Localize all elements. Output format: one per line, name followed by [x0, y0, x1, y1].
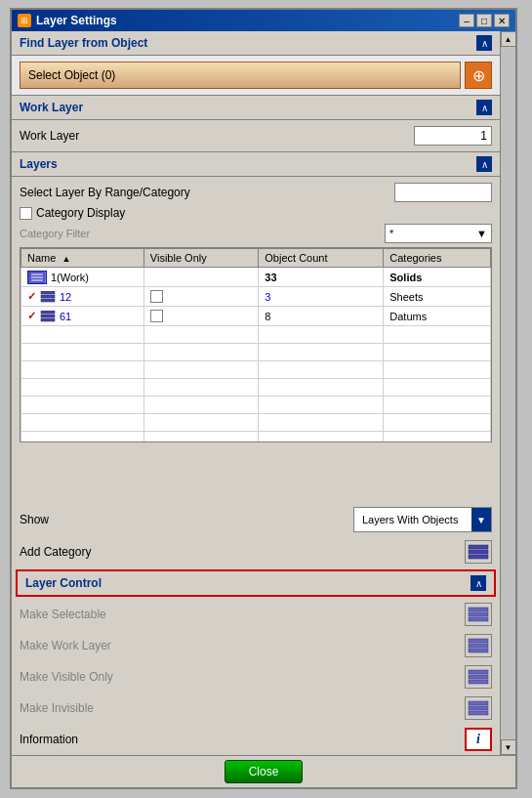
layers-header: Layers ∧ — [12, 151, 500, 177]
table-row[interactable]: ✓ 61 — [21, 307, 491, 326]
col-name[interactable]: Name ▲ — [21, 249, 144, 268]
row2-visible[interactable] — [143, 287, 258, 307]
info-icon: i — [476, 732, 480, 747]
close-button[interactable]: ✕ — [494, 14, 510, 27]
make-selectable-row: Make Selectable — [12, 599, 500, 630]
scroll-track[interactable] — [501, 47, 515, 739]
row1-name: 1(Work) — [21, 268, 144, 287]
row3-categories: Datums — [384, 307, 491, 326]
row1-categories: Solids — [384, 268, 491, 287]
title-bar-left: ⊞ Layer Settings — [18, 14, 117, 27]
svg-rect-12 — [469, 545, 488, 549]
work-layer-row: Work Layer — [20, 126, 492, 146]
work-layer-collapse[interactable]: ∧ — [476, 100, 492, 115]
category-display-row[interactable]: Category Display — [20, 206, 492, 220]
make-invisible-button[interactable] — [465, 696, 492, 720]
visible-only-icon — [468, 668, 489, 686]
content-area: Find Layer from Object ∧ Select Object (… — [12, 31, 515, 755]
check-icon: ✓ — [27, 290, 36, 303]
work-layer-title: Work Layer — [20, 101, 83, 114]
close-button[interactable]: Close — [225, 760, 303, 783]
row3-name: ✓ 61 — [21, 307, 144, 326]
svg-rect-5 — [41, 295, 55, 298]
make-work-layer-label: Make Work Layer — [20, 639, 111, 652]
add-category-icon — [468, 543, 489, 561]
table-row — [21, 361, 491, 379]
make-visible-only-button[interactable] — [465, 665, 492, 689]
svg-rect-22 — [469, 711, 488, 715]
row3-visible[interactable] — [143, 307, 258, 326]
make-invisible-row: Make Invisible — [12, 693, 500, 724]
col-categories[interactable]: Categories — [384, 249, 491, 268]
show-dropdown[interactable]: Layers With Objects ▼ — [353, 507, 492, 532]
restore-button[interactable]: □ — [476, 14, 492, 27]
make-work-layer-button[interactable] — [465, 634, 492, 657]
layer-stack-icon — [40, 291, 56, 303]
minimize-button[interactable]: – — [459, 14, 474, 27]
filter-arrow-icon: ▼ — [476, 228, 487, 239]
row2-name: ✓ 12 — [21, 287, 144, 307]
svg-rect-9 — [41, 311, 55, 314]
table-row[interactable]: ✓ 12 — [21, 287, 491, 307]
table-row — [21, 397, 491, 414]
crosshair-button[interactable]: ⊕ — [465, 62, 492, 89]
layer-control-collapse[interactable]: ∧ — [471, 575, 486, 591]
layers-collapse[interactable]: ∧ — [476, 156, 492, 172]
invisible-icon — [468, 699, 489, 717]
information-button[interactable]: i — [465, 728, 492, 751]
information-row: Information i — [12, 724, 500, 755]
main-window: ⊞ Layer Settings – □ ✕ Find Layer from O… — [10, 8, 517, 789]
table-row — [21, 326, 491, 344]
visible-checkbox[interactable] — [150, 310, 163, 322]
crosshair-icon: ⊕ — [472, 66, 485, 85]
svg-rect-10 — [469, 555, 488, 559]
category-filter-select[interactable]: * ▼ — [385, 224, 492, 243]
title-bar: ⊞ Layer Settings – □ ✕ — [12, 10, 515, 31]
svg-rect-13 — [469, 617, 488, 621]
svg-rect-11 — [469, 550, 488, 554]
title-buttons: – □ ✕ — [459, 14, 510, 27]
work-layer-icon — [468, 637, 489, 654]
window-icon: ⊞ — [18, 14, 31, 27]
table-row — [21, 414, 491, 432]
show-label: Show — [20, 513, 49, 526]
show-value: Layers With Objects — [354, 512, 471, 527]
svg-rect-4 — [41, 299, 55, 302]
selectable-icon — [468, 606, 489, 623]
layers-table-container: Name ▲ Visible Only Object Count Categor… — [20, 247, 492, 442]
filter-value: * — [389, 228, 393, 239]
table-row[interactable]: 1(Work) 33 Solids — [21, 268, 491, 287]
scroll-down-button[interactable]: ▼ — [501, 739, 516, 755]
select-object-button[interactable]: Select Object (0) — [20, 62, 461, 89]
col-visible[interactable]: Visible Only — [143, 249, 258, 268]
visible-checkbox[interactable] — [150, 290, 163, 303]
find-layer-title: Find Layer from Object — [20, 36, 147, 50]
scroll-up-button[interactable]: ▲ — [501, 31, 516, 47]
category-filter-row: Category Filter * ▼ — [20, 224, 492, 243]
category-display-checkbox[interactable] — [20, 207, 32, 220]
range-label: Select Layer By Range/Category — [20, 186, 190, 199]
find-layer-header: Find Layer from Object ∧ — [12, 31, 500, 56]
information-label: Information — [20, 733, 78, 746]
svg-rect-21 — [469, 670, 488, 674]
show-dropdown-arrow[interactable]: ▼ — [471, 508, 491, 531]
add-category-button[interactable] — [465, 540, 492, 564]
layer-control-title: Layer Control — [25, 576, 102, 590]
make-selectable-button[interactable] — [465, 603, 492, 626]
find-layer-collapse[interactable]: ∧ — [476, 35, 492, 51]
layer-stack-icon — [40, 311, 56, 322]
work-layer-input[interactable] — [414, 126, 492, 146]
col-count[interactable]: Object Count — [259, 249, 384, 268]
show-row: Show Layers With Objects ▼ — [12, 503, 500, 536]
row1-count: 33 — [259, 268, 384, 287]
svg-rect-15 — [469, 608, 488, 611]
work-layer-icon — [27, 271, 47, 284]
range-input[interactable] — [394, 183, 492, 202]
row1-visible — [143, 268, 258, 287]
make-selectable-label: Make Selectable — [20, 608, 106, 621]
svg-rect-6 — [41, 291, 55, 294]
sort-arrow-icon: ▲ — [61, 254, 70, 264]
select-object-row: Select Object (0) ⊕ — [20, 62, 492, 89]
make-visible-only-label: Make Visible Only — [20, 670, 113, 684]
scrollbar: ▲ ▼ — [500, 31, 515, 755]
